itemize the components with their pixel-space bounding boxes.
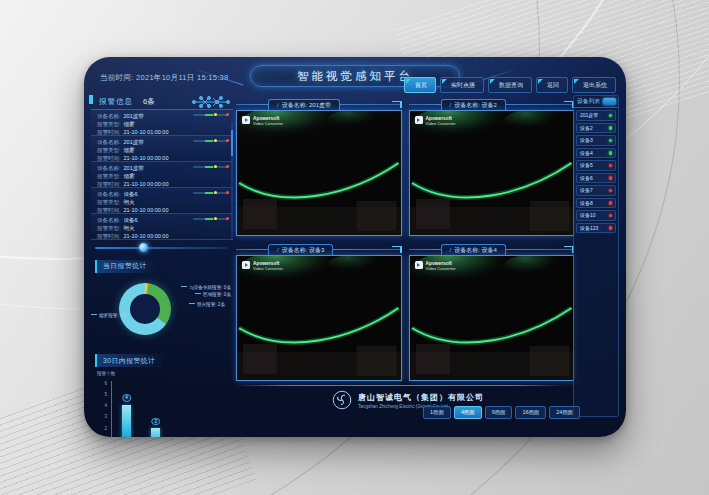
device-status-dot	[609, 176, 613, 180]
alarm-type-label: 报警类型:	[97, 146, 121, 154]
device-row[interactable]: 设备123	[576, 223, 616, 234]
bar-lost: 0与设备失联	[204, 381, 224, 437]
device-status-dot	[609, 226, 613, 230]
device-status-dot	[609, 151, 613, 155]
alarm-list-scrollbar[interactable]	[231, 122, 233, 240]
device-status-dot	[609, 201, 613, 205]
alarm-mini-timeline	[193, 166, 229, 168]
device-row[interactable]: 201皮带	[576, 110, 616, 121]
frame-corner-decoration	[392, 246, 402, 253]
nav-back-button[interactable]: 返回	[536, 77, 568, 93]
alarm-type-label: 报警类型:	[97, 224, 121, 232]
device-row[interactable]: 设备2	[576, 123, 616, 134]
device-list-title: 设备列表	[577, 97, 600, 106]
watermark-line2: Video Converter	[253, 266, 283, 271]
alarm-time-label: 报警时间:	[97, 206, 121, 214]
alarm-list-item[interactable]: 设备名称:设备6 报警类型:明火 报警时间:21-10-10 00:00:00	[91, 214, 233, 240]
device-row-name: 设备3	[580, 137, 593, 143]
bar	[151, 428, 160, 437]
device-status-dot	[609, 114, 613, 118]
watermark-logo-icon	[242, 116, 250, 124]
video-label-bar: 设备名称: 设备4	[409, 244, 575, 255]
layout-24-button[interactable]: 24画面	[549, 406, 580, 419]
alarm-type-value: 烟雾	[124, 120, 135, 128]
alarm-time-value: 21-10-10 01:00:00	[124, 128, 169, 136]
device-row[interactable]: 设备10	[576, 210, 616, 221]
video-grid: 设备名称: 201皮带	[236, 99, 574, 381]
device-status-dot	[609, 189, 613, 193]
nav-live-button[interactable]: 实时点播	[440, 77, 484, 93]
layout-16-button[interactable]: 16画面	[515, 406, 546, 419]
slider-knob[interactable]	[139, 243, 148, 252]
nav-data-query-button[interactable]: 数据查询	[488, 77, 532, 93]
device-row-name: 201皮带	[580, 112, 598, 118]
company-name-cn: 唐山智诚电气（集团）有限公司	[358, 392, 484, 403]
layout-1-button[interactable]: 1画面	[423, 406, 451, 419]
video-feed[interactable]: ApowersoftVideo Converter	[236, 110, 402, 236]
alarm-type-value: 明火	[124, 198, 135, 206]
donut-label-lost: 与设备失联报警: 0条	[181, 285, 231, 290]
alarm-list-item[interactable]: 设备名称:201皮带 报警类型:烟雾 报警时间:21-10-10 00:00:0…	[91, 136, 233, 162]
alarm-time-label: 报警时间:	[97, 232, 121, 240]
watermark-logo-icon	[415, 116, 423, 124]
bar-chart-yticks: 6543210	[97, 381, 107, 437]
monthly-bar-chart: 报警个数 6543210 4烟雾 2明火 0区域 0与设备失联	[91, 369, 233, 437]
alarm-type-label: 报警类型:	[97, 198, 121, 206]
device-status-dot	[609, 164, 613, 168]
alarm-list-item[interactable]: 设备名称:201皮带 报警类型:烟雾 报警时间:21-10-10 01:00:0…	[91, 110, 233, 136]
device-name-label: 设备名称:	[97, 138, 121, 146]
device-row-name: 设备5	[580, 162, 593, 168]
watermark-line2: Video Converter	[426, 121, 456, 126]
donut-label-smoke: 烟雾报警: 4条	[91, 313, 127, 318]
alarm-count-badge: 6条	[143, 97, 155, 107]
device-row[interactable]: 设备7	[576, 185, 616, 196]
bar-value-badge: 2	[151, 418, 161, 426]
device-row-name: 设备7	[580, 187, 593, 193]
device-row[interactable]: 设备8	[576, 198, 616, 209]
nav-home-button[interactable]: 首页	[404, 77, 436, 93]
device-row[interactable]: 设备5	[576, 160, 616, 171]
alarm-mini-timeline	[193, 114, 229, 116]
footer-divider	[236, 385, 566, 386]
alarm-list: 设备名称:201皮带 报警类型:烟雾 报警时间:21-10-10 01:00:0…	[91, 110, 233, 240]
device-name-label: 设备名称:	[97, 164, 121, 172]
bar	[122, 405, 131, 437]
alarm-type-value: 明火	[124, 224, 135, 232]
slider-track[interactable]	[95, 247, 227, 249]
bar-chart-plot: 4烟雾 2明火 0区域 0与设备失联	[111, 381, 229, 437]
video-panel-4: 设备名称: 设备4	[409, 244, 575, 381]
video-feed[interactable]: ApowersoftVideo Converter	[409, 110, 575, 236]
alarm-type-value: 烟雾	[124, 172, 135, 180]
monthly-stats-title: 30日内报警统计	[95, 354, 163, 367]
watermark-line2: Video Converter	[426, 266, 456, 271]
layout-4-button[interactable]: 4画面	[454, 406, 482, 419]
bar-value-badge: 4	[122, 394, 132, 402]
watermark-logo-icon	[242, 261, 250, 269]
video-scene	[410, 111, 574, 235]
alarm-time-label: 报警时间:	[97, 154, 121, 162]
nav-exit-button[interactable]: 退出系统	[572, 77, 616, 93]
video-feed[interactable]: ApowersoftVideo Converter	[409, 255, 575, 381]
device-status-dot	[609, 139, 613, 143]
device-status-dot	[609, 214, 613, 218]
device-row-name: 设备4	[580, 150, 593, 156]
alarm-list-item[interactable]: 设备名称:设备6 报警类型:明火 报警时间:21-10-10 00:00:00	[91, 188, 233, 214]
device-row[interactable]: 设备4	[576, 148, 616, 159]
page-background: 当前时间: 2021年10月11日 15:15:38 智能视觉感知平台 首页 实…	[0, 0, 709, 495]
alarm-time-value: 21-10-10 00:00:00	[124, 154, 169, 162]
video-feed[interactable]: ApowersoftVideo Converter	[236, 255, 402, 381]
bar-smoke: 4烟雾	[117, 381, 137, 437]
watermark: ApowersoftVideo Converter	[242, 116, 283, 126]
layout-9-button[interactable]: 9画面	[485, 406, 513, 419]
alarm-time-value: 21-10-10 00:00:00	[124, 180, 169, 188]
alarm-time-label: 报警时间:	[97, 128, 121, 136]
device-name-value: 201皮带	[124, 164, 144, 172]
device-row[interactable]: 设备3	[576, 135, 616, 146]
device-name-label: 设备名称:	[97, 216, 121, 224]
device-list-action-button[interactable]	[603, 98, 616, 105]
alarm-mini-timeline	[193, 192, 229, 194]
alarm-list-item[interactable]: 设备名称:201皮带 报警类型:烟雾 报警时间:21-10-10 00:00:0…	[91, 162, 233, 188]
watermark: ApowersoftVideo Converter	[242, 261, 283, 271]
video-scene	[237, 256, 401, 380]
device-row[interactable]: 设备6	[576, 173, 616, 184]
